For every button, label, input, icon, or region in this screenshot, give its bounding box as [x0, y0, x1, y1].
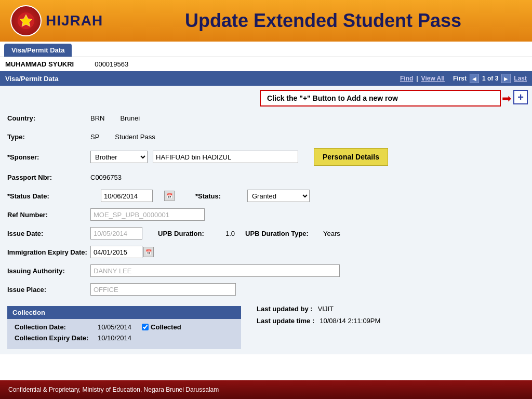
status-date-row: *Status Date: 📅 *Status: Granted Pending… [7, 189, 525, 203]
sponsor-label: *Sponser: [7, 153, 90, 161]
update-time-row: Last update time : 10/08/14 2:11:09PM [257, 317, 380, 325]
updated-by-row: Last updated by : VIJIT [257, 305, 380, 313]
status-label: *Status: [195, 192, 237, 200]
section-title: Visa/Permit Data [5, 75, 58, 83]
student-name: MUHAMMAD SYUKRI [5, 60, 74, 68]
status-dropdown[interactable]: Granted Pending Rejected Expired [247, 190, 310, 202]
country-name: Brunei [120, 114, 140, 122]
upb-duration-label: UPB Duration: [158, 230, 225, 237]
tab-bar: Visa/Permit Data [0, 42, 532, 57]
issue-date-row: Issue Date: UPB Duration: 1.0 UPB Durati… [7, 226, 525, 241]
logo-icon [10, 5, 42, 36]
collection-body: Collection Date: 10/05/2014 Collected Co… [7, 319, 241, 349]
collection-expiry-row: Collection Expiry Date: 10/10/2014 [15, 334, 234, 342]
status-date-input[interactable] [101, 190, 153, 202]
logo-area: HIJRAH [10, 5, 125, 36]
collection-date-row: Collection Date: 10/05/2014 Collected [15, 323, 234, 331]
immigration-row: Immigration Expiry Date: 📅 [7, 245, 525, 259]
student-id: 000019563 [95, 60, 128, 68]
issue-place-label: Issue Place: [7, 286, 90, 294]
immigration-label: Immigration Expiry Date: [7, 248, 90, 256]
passport-value: C0096753 [90, 174, 122, 181]
audit-section: Last updated by : VIJIT Last update time… [257, 305, 380, 325]
ref-number-input[interactable] [90, 208, 205, 221]
student-info-row: MUHAMMAD SYUKRI 000019563 [0, 57, 532, 71]
form-area: Click the "+" Button to Add a new row ➡ … [0, 86, 532, 354]
status-date-calendar-button[interactable]: 📅 [164, 191, 175, 201]
issue-date-label: Issue Date: [7, 230, 90, 237]
status-date-label: *Status Date: [7, 192, 90, 200]
section-header: Visa/Permit Data Find | View All First ◀… [0, 71, 532, 86]
tab-visa-permit[interactable]: Visa/Permit Data [4, 44, 72, 57]
nav-separator: | [416, 75, 418, 82]
passport-label: Passport Nbr: [7, 174, 90, 181]
immigration-date-input[interactable] [90, 246, 142, 258]
type-name: Student Pass [115, 133, 155, 141]
issue-place-row: Issue Place: [7, 282, 525, 297]
ref-label: Ref Number: [7, 211, 90, 219]
update-time-value: 10/08/14 2:11:09PM [320, 317, 380, 325]
sponsor-name-input[interactable] [153, 151, 298, 163]
nav-find[interactable]: Find [400, 75, 413, 82]
update-time-label: Last update time : [257, 317, 314, 325]
collection-header: Collection [7, 306, 241, 319]
country-label: Country: [7, 114, 90, 122]
nav-page-info: 1 of 3 [482, 75, 498, 82]
collection-date-value: 10/05/2014 [98, 323, 131, 331]
collected-label: Collected [151, 323, 181, 331]
upb-duration-type-value: Years [323, 230, 340, 237]
issuing-authority-row: Issuing Authority: [7, 263, 525, 278]
bottom-section: Collection Collection Date: 10/05/2014 C… [7, 301, 525, 349]
logo-text: HIJRAH [46, 12, 103, 29]
issue-place-input[interactable] [90, 283, 236, 296]
sponsor-dropdown[interactable]: Brother Father Mother Self Other [90, 151, 148, 163]
collection-section: Collection Collection Date: 10/05/2014 C… [7, 306, 241, 349]
nav-controls: Find | View All First ◀ 1 of 3 ▶ Last [400, 74, 527, 83]
sponsor-row: *Sponser: Brother Father Mother Self Oth… [7, 148, 525, 166]
upb-duration-value: 1.0 [225, 230, 235, 237]
updated-by-value: VIJIT [318, 305, 334, 313]
immigration-calendar-button[interactable]: 📅 [143, 247, 154, 257]
upb-duration-type-label: UPB Duration Type: [245, 230, 323, 237]
nav-last[interactable]: Last [514, 75, 527, 82]
arrow-icon: ➡ [502, 92, 511, 105]
footer-text: Confidential & Proprietary, Ministry of … [8, 386, 219, 393]
type-label: Type: [7, 133, 90, 141]
collected-checkbox[interactable] [142, 324, 149, 330]
nav-view-all[interactable]: View All [421, 75, 445, 82]
add-row-button[interactable]: + [513, 90, 528, 104]
updated-by-label: Last updated by : [257, 305, 313, 313]
page-title: Update Extended Student Pass [125, 10, 522, 32]
collection-date-label: Collection Date: [15, 323, 98, 331]
ref-number-row: Ref Number: [7, 207, 525, 222]
personal-details-button[interactable]: Personal Details [314, 148, 388, 166]
country-row: Country: BRN Brunei [7, 111, 525, 125]
type-row: Type: SP Student Pass [7, 129, 525, 144]
callout-text: Click the "+" Button to Add a new row [267, 94, 398, 102]
collection-expiry-value: 10/10/2014 [98, 334, 131, 342]
issue-date-input[interactable] [90, 227, 142, 240]
type-code: SP [90, 133, 99, 141]
callout-box: Click the "+" Button to Add a new row [260, 90, 501, 107]
passport-row: Passport Nbr: C0096753 [7, 170, 525, 184]
page-header: HIJRAH Update Extended Student Pass [0, 0, 532, 42]
issuing-label: Issuing Authority: [7, 267, 90, 275]
nav-prev-button[interactable]: ◀ [470, 74, 479, 83]
nav-next-button[interactable]: ▶ [501, 74, 511, 83]
page-footer: Confidential & Proprietary, Ministry of … [0, 380, 532, 399]
issuing-authority-input[interactable] [90, 264, 340, 277]
country-code: BRN [90, 114, 104, 122]
collection-expiry-label: Collection Expiry Date: [15, 334, 98, 342]
nav-first-label: First [453, 75, 467, 82]
